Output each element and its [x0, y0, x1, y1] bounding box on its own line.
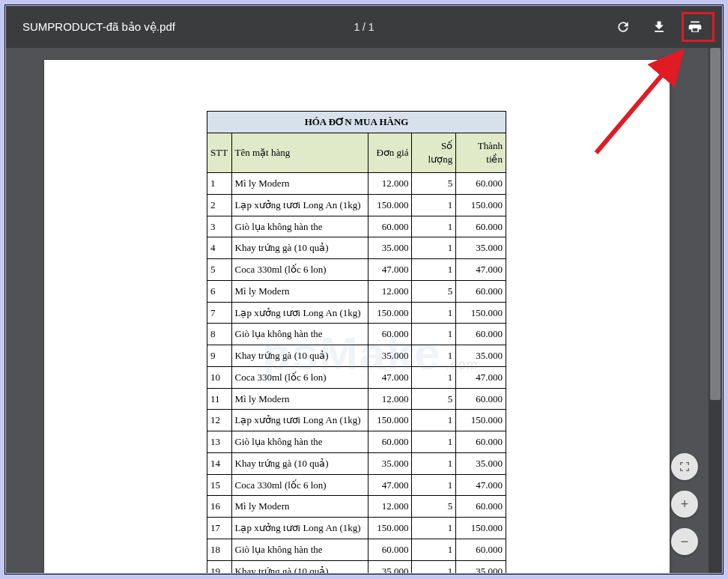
- table-row: 7Lạp xưởng tươi Long An (1kg)150.0001150…: [207, 302, 506, 324]
- cell-price: 35.000: [368, 560, 412, 573]
- cell-stt: 3: [207, 216, 232, 237]
- table-row: 6Mì ly Modern12.000560.000: [207, 280, 506, 302]
- table-row: 18Giò lụa không hàn the60.000160.000: [207, 539, 506, 560]
- cell-total: 60.000: [456, 216, 506, 237]
- table-row: 13Giò lụa không hàn the60.000160.000: [207, 431, 506, 453]
- cell-qty: 5: [412, 496, 456, 518]
- document-title: SUMPRODUCT-đã bảo vệ.pdf: [6, 20, 175, 34]
- cell-name: Mì ly Modern: [231, 388, 368, 410]
- cell-name: Coca 330ml (lốc 6 lon): [231, 259, 368, 281]
- cell-name: Coca 330ml (lốc 6 lon): [231, 474, 368, 496]
- cell-total: 150.000: [456, 518, 506, 539]
- cell-qty: 1: [412, 194, 456, 216]
- cell-qty: 1: [412, 366, 456, 388]
- cell-qty: 1: [412, 560, 456, 573]
- cell-name: Mì ly Modern: [231, 496, 368, 518]
- pdf-viewer: SUMPRODUCT-đã bảo vệ.pdf 1 / 1 HÓA ĐƠN M…: [6, 6, 722, 573]
- cell-stt: 14: [207, 452, 232, 474]
- cell-stt: 13: [207, 431, 232, 453]
- cell-name: Lạp xưởng tươi Long An (1kg): [231, 410, 368, 431]
- cell-stt: 8: [207, 324, 232, 345]
- table-row: 4Khay trứng gà (10 quả)35.000135.000: [207, 237, 506, 259]
- table-row: 11Mì ly Modern12.000560.000: [207, 388, 506, 410]
- col-price: Đơn giá: [368, 133, 412, 172]
- cell-price: 12.000: [368, 388, 412, 410]
- vertical-scrollbar[interactable]: [709, 48, 722, 573]
- cell-name: Khay trứng gà (10 quả): [231, 345, 368, 367]
- cell-name: Khay trứng gà (10 quả): [231, 452, 368, 474]
- table-row: 16Mì ly Modern12.000560.000: [207, 496, 506, 518]
- cell-name: Giò lụa không hàn the: [231, 324, 368, 345]
- cell-name: Mì ly Modern: [231, 280, 368, 302]
- cell-price: 47.000: [368, 366, 412, 388]
- cell-total: 47.000: [456, 474, 506, 496]
- table-row: 3Giò lụa không hàn the60.000160.000: [207, 216, 506, 237]
- cell-price: 150.000: [368, 302, 412, 324]
- cell-qty: 1: [412, 452, 456, 474]
- cell-total: 35.000: [456, 237, 506, 259]
- rotate-button[interactable]: [614, 18, 632, 36]
- cell-qty: 1: [412, 237, 456, 259]
- cell-total: 47.000: [456, 366, 506, 388]
- fit-to-page-button[interactable]: [671, 453, 698, 480]
- cell-qty: 5: [412, 173, 456, 195]
- cell-total: 60.000: [456, 280, 506, 302]
- cell-price: 35.000: [368, 345, 412, 367]
- cell-total: 60.000: [456, 539, 506, 560]
- cell-qty: 1: [412, 216, 456, 237]
- cell-qty: 1: [412, 474, 456, 496]
- print-button[interactable]: [686, 18, 704, 36]
- page-area[interactable]: HÓA ĐƠN MUA HÀNG STT Tên mặt hàng Đơn gi…: [6, 48, 707, 573]
- cell-price: 150.000: [368, 194, 412, 216]
- cell-stt: 4: [207, 237, 232, 259]
- cell-name: Mì ly Modern: [231, 173, 368, 195]
- cell-qty: 5: [412, 388, 456, 410]
- zoom-out-button[interactable]: −: [671, 528, 698, 555]
- col-stt: STT: [207, 133, 232, 172]
- cell-stt: 2: [207, 194, 232, 216]
- zoom-in-button[interactable]: +: [671, 491, 698, 518]
- table-row: 14Khay trứng gà (10 quả)35.000135.000: [207, 452, 506, 474]
- pdf-page: HÓA ĐƠN MUA HÀNG STT Tên mặt hàng Đơn gi…: [44, 60, 670, 573]
- cell-stt: 6: [207, 280, 232, 302]
- cell-total: 60.000: [456, 173, 506, 195]
- cell-total: 150.000: [456, 302, 506, 324]
- cell-price: 35.000: [368, 237, 412, 259]
- cell-stt: 18: [207, 539, 232, 560]
- table-row: 17Lạp xưởng tươi Long An (1kg)150.000115…: [207, 518, 506, 539]
- table-row: 1Mì ly Modern12.000560.000: [207, 173, 506, 195]
- cell-price: 12.000: [368, 280, 412, 302]
- table-row: 15Coca 330ml (lốc 6 lon)47.000147.000: [207, 474, 506, 496]
- cell-qty: 1: [412, 259, 456, 281]
- cell-stt: 15: [207, 474, 232, 496]
- cell-price: 35.000: [368, 452, 412, 474]
- scrollbar-thumb[interactable]: [710, 48, 721, 400]
- cell-price: 60.000: [368, 539, 412, 560]
- cell-price: 12.000: [368, 496, 412, 518]
- cell-name: Lạp xưởng tươi Long An (1kg): [231, 194, 368, 216]
- cell-qty: 1: [412, 539, 456, 560]
- cell-price: 150.000: [368, 518, 412, 539]
- cell-stt: 17: [207, 518, 232, 539]
- cell-total: 47.000: [456, 259, 506, 281]
- cell-price: 47.000: [368, 474, 412, 496]
- download-button[interactable]: [650, 18, 668, 36]
- cell-total: 60.000: [456, 388, 506, 410]
- cell-qty: 1: [412, 324, 456, 345]
- cell-qty: 1: [412, 302, 456, 324]
- cell-name: Giò lụa không hàn the: [231, 431, 368, 453]
- cell-stt: 9: [207, 345, 232, 367]
- cell-qty: 5: [412, 280, 456, 302]
- cell-total: 150.000: [456, 194, 506, 216]
- cell-name: Lạp xưởng tươi Long An (1kg): [231, 302, 368, 324]
- cell-total: 35.000: [456, 345, 506, 367]
- cell-stt: 19: [207, 560, 232, 573]
- cell-stt: 5: [207, 259, 232, 281]
- cell-stt: 12: [207, 410, 232, 431]
- cell-total: 35.000: [456, 560, 506, 573]
- table-row: 12Lạp xưởng tươi Long An (1kg)150.000115…: [207, 410, 506, 431]
- table-row: 9Khay trứng gà (10 quả)35.000135.000: [207, 345, 506, 367]
- cell-qty: 1: [412, 345, 456, 367]
- col-total: Thành tiền: [456, 133, 506, 172]
- table-row: 2Lạp xưởng tươi Long An (1kg)150.0001150…: [207, 194, 506, 216]
